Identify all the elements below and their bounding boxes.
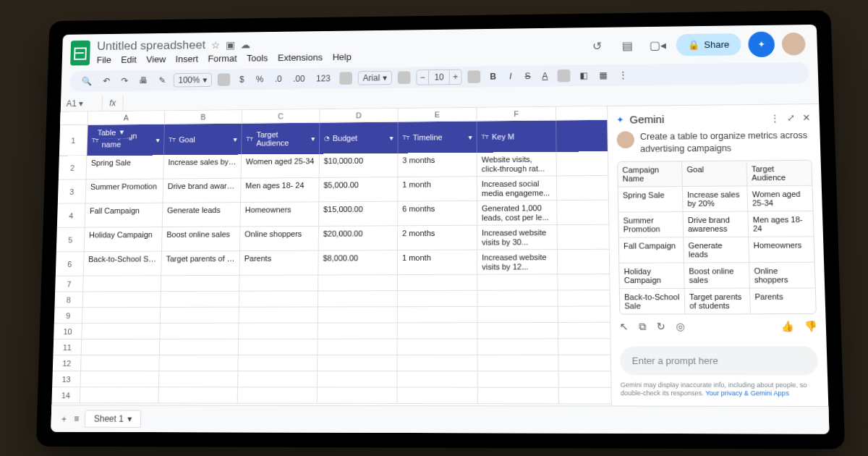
- col-header[interactable]: C: [242, 109, 320, 123]
- italic-button[interactable]: I: [504, 69, 517, 85]
- menu-view[interactable]: View: [146, 54, 166, 65]
- row-header[interactable]: 12: [53, 355, 82, 371]
- laptop-frame: Untitled spreadsheet ☆ ▣ ☁ File Edit Vie…: [36, 10, 845, 449]
- row-header[interactable]: 10: [54, 324, 82, 339]
- row-header[interactable]: 9: [54, 308, 83, 324]
- formula-input[interactable]: [124, 93, 819, 106]
- more-toolbar-icon[interactable]: ⋮: [615, 67, 631, 83]
- zoom-select[interactable]: 100% ▾: [174, 73, 212, 88]
- borders-button[interactable]: ▦: [595, 67, 610, 83]
- gemini-side-panel: Gemini ⋮ ⤢ ✕ Create a table to organize …: [607, 104, 828, 406]
- table-header[interactable]: TᴛTimeline▾: [398, 122, 477, 153]
- menu-tools[interactable]: Tools: [247, 53, 268, 64]
- share-button[interactable]: 🔒 Share: [676, 33, 741, 56]
- thumbs-down-icon[interactable]: 👎: [804, 321, 817, 332]
- row-header[interactable]: 8: [54, 292, 83, 308]
- redo-icon[interactable]: ↷: [117, 73, 132, 88]
- thumbs-up-icon[interactable]: 👍: [780, 321, 793, 332]
- col-header[interactable]: F: [477, 107, 556, 121]
- col-header[interactable]: D: [320, 109, 398, 122]
- gemini-button[interactable]: [748, 31, 775, 57]
- table-row[interactable]: Summer PromotionDrive brand awaren...Men…: [86, 176, 608, 204]
- gemini-table-row: Holiday CampaignBoost online salesOnline…: [619, 262, 814, 288]
- text-color-button[interactable]: A: [538, 68, 551, 84]
- col-header[interactable]: A: [88, 111, 166, 124]
- decrease-decimal[interactable]: .0: [271, 71, 286, 86]
- bold-button[interactable]: B: [486, 69, 500, 85]
- font-size-stepper[interactable]: − 10 +: [416, 69, 461, 85]
- row-header[interactable]: 6: [56, 252, 85, 276]
- font-size-decrease[interactable]: −: [416, 69, 429, 85]
- table-header[interactable]: TᴛGoal▾: [164, 124, 242, 156]
- more-icon[interactable]: ⋮: [770, 113, 780, 124]
- table-row[interactable]: Fall CampaignGenerate leadsHomeowners$15…: [85, 200, 609, 228]
- star-icon[interactable]: ☆: [211, 40, 221, 51]
- row-header[interactable]: 7: [55, 276, 84, 292]
- add-sheet-button[interactable]: ＋: [59, 413, 68, 425]
- privacy-link[interactable]: Your privacy & Gemini Apps: [705, 389, 789, 397]
- copy-icon[interactable]: ⧉: [639, 320, 647, 332]
- spreadsheet-grid[interactable]: A B C D E F Table ▾ 1 2 3 4 5 6: [51, 106, 610, 405]
- menu-file[interactable]: File: [96, 55, 111, 66]
- gemini-prompt-input[interactable]: Enter a prompt here: [620, 346, 819, 375]
- table-header[interactable]: ◔Budget▾: [320, 122, 399, 154]
- row-header[interactable]: 11: [53, 339, 82, 355]
- close-icon[interactable]: ✕: [802, 112, 811, 123]
- currency-format[interactable]: $: [236, 72, 249, 87]
- meet-icon[interactable]: ▢◂: [646, 34, 670, 57]
- gemini-prompt-text: Create a table to organize metrics acros…: [640, 130, 812, 156]
- gemini-title: Gemini: [629, 113, 664, 125]
- table-header[interactable]: TᴛKey M: [477, 120, 557, 152]
- document-title[interactable]: Untitled spreadsheet: [97, 38, 205, 54]
- row-header[interactable]: 1: [59, 125, 88, 156]
- insert-icon[interactable]: ↖: [619, 321, 629, 332]
- gemini-table-row: Spring SaleIncrease sales by 20%Women ag…: [618, 186, 813, 213]
- row-header[interactable]: 14: [51, 387, 80, 403]
- row-header[interactable]: 4: [57, 203, 86, 227]
- sheets-logo-icon[interactable]: [70, 40, 90, 65]
- move-icon[interactable]: ▣: [226, 39, 235, 50]
- row-header[interactable]: 2: [59, 156, 88, 180]
- row-header[interactable]: 13: [52, 371, 81, 387]
- app-window: Untitled spreadsheet ☆ ▣ ☁ File Edit Vie…: [51, 25, 829, 434]
- gemini-table-row: Fall CampaignGenerate leadsHomeowners: [619, 237, 814, 263]
- increase-decimal[interactable]: .00: [289, 71, 308, 87]
- expand-icon[interactable]: ⤢: [787, 112, 796, 123]
- col-header[interactable]: B: [165, 110, 242, 123]
- table-row[interactable]: Back-to-School SaleTarget parents of stu…: [84, 250, 610, 276]
- menu-format[interactable]: Format: [208, 53, 237, 64]
- search-menus-icon[interactable]: 🔍: [78, 74, 96, 89]
- menu-help[interactable]: Help: [333, 51, 352, 62]
- comments-icon[interactable]: ▤: [616, 34, 639, 57]
- fill-color-button[interactable]: ◧: [576, 67, 591, 83]
- col-header[interactable]: E: [399, 108, 477, 122]
- font-select[interactable]: Arial ▾: [358, 71, 392, 85]
- history-icon[interactable]: ↺: [585, 35, 608, 58]
- menu-edit[interactable]: Edit: [121, 54, 137, 65]
- print-icon[interactable]: 🖶: [135, 73, 151, 88]
- menu-bar: File Edit View Insert Format Tools Exten…: [96, 51, 351, 65]
- menu-insert[interactable]: Insert: [175, 54, 198, 64]
- all-sheets-button[interactable]: ≡: [74, 413, 79, 423]
- sheet-tab[interactable]: Sheet 1 ▾: [85, 410, 142, 427]
- paint-format-icon[interactable]: ✎: [155, 72, 169, 88]
- table-row[interactable]: Spring SaleIncrease sales by 20%Women ag…: [86, 151, 608, 180]
- percent-format[interactable]: %: [252, 72, 267, 87]
- row-header[interactable]: 3: [58, 180, 87, 203]
- table-header-row: TᴛCampaign name▾ TᴛGoal▾ TᴛTarget Audien…: [87, 120, 607, 156]
- sources-icon[interactable]: ◎: [676, 321, 685, 332]
- table-row[interactable]: Holiday CampaignBoost online salesOnline…: [85, 225, 609, 252]
- account-avatar[interactable]: [782, 32, 806, 55]
- row-header[interactable]: 5: [56, 228, 85, 253]
- cloud-status-icon[interactable]: ☁: [240, 39, 250, 51]
- fx-icon[interactable]: fx: [102, 96, 124, 111]
- table-header[interactable]: TᴛTarget Audience▾: [242, 123, 320, 155]
- undo-icon[interactable]: ↶: [99, 73, 114, 88]
- strike-button[interactable]: S: [521, 68, 534, 84]
- number-format[interactable]: 123: [312, 71, 334, 87]
- font-size-increase[interactable]: +: [449, 69, 462, 85]
- font-size-value[interactable]: 10: [429, 69, 449, 85]
- retry-icon[interactable]: ↻: [657, 321, 666, 332]
- name-box[interactable]: A1 ▾: [61, 96, 103, 111]
- menu-extensions[interactable]: Extensions: [278, 52, 323, 63]
